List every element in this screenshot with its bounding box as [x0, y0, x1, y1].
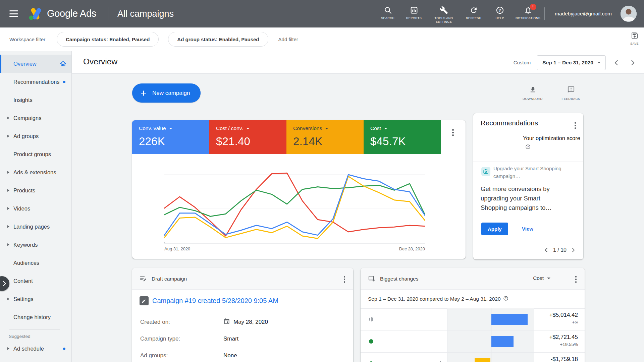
biggest-changes-icon [368, 275, 376, 284]
metric-header-conv-value[interactable]: Conv. value 226K [132, 120, 209, 154]
expand-arrow-icon [7, 298, 9, 300]
date-next-button[interactable] [627, 57, 638, 68]
expand-arrow-icon [7, 347, 9, 350]
add-filter-button[interactable]: Add filter [278, 37, 298, 42]
dropdown-caret-icon [325, 128, 328, 129]
pager-next-button[interactable] [569, 246, 577, 254]
draft-campaign-link[interactable]: Campaign #19 created 5/28/2020 9:05 AM [152, 297, 278, 305]
filter-chip[interactable]: Campaign status: Enabled, Paused [57, 32, 159, 47]
divider [473, 162, 583, 162]
sidebar-item-recommendations[interactable]: Recommendations [0, 73, 71, 91]
topbar-search-button[interactable]: SEARCH [375, 6, 401, 20]
wrench-icon [440, 6, 448, 14]
change-row[interactable]: +$5,014.42 +∞ [361, 308, 585, 330]
hamburger-menu-icon[interactable] [9, 10, 18, 17]
overview-metrics-card: Conv. value 226K Cost / conv. $21.40 Con… [132, 120, 466, 259]
sidebar-item-ads-extensions[interactable]: Ads & extensions [0, 163, 71, 181]
topbar-tools-and-settings-button[interactable]: TOOLS AND SETTINGS [427, 6, 461, 24]
change-row[interactable]: -$1,759.18 [361, 353, 585, 362]
sidebar-item-change-history[interactable]: Change history [0, 308, 71, 326]
sidebar-item-keywords[interactable]: Keywords [0, 236, 71, 254]
change-value: +$2,721.45 [549, 334, 578, 341]
topbar-reports-button[interactable]: REPORTS [401, 6, 427, 20]
sidebar-nav: Overview Recommendations Insights Campai… [0, 51, 72, 362]
chart-series-conversions [164, 176, 425, 239]
account-email[interactable]: madebyjace@gmail.com [555, 11, 612, 17]
dropdown-caret-icon [246, 128, 250, 129]
changes-table: +$5,014.42 +∞ +$2,721.45 +19.55% -$1,759… [361, 308, 585, 362]
download-icon [529, 86, 537, 95]
sidebar-item-settings[interactable]: Settings [0, 290, 71, 308]
topbar-help-button[interactable]: ? HELP [487, 6, 513, 20]
save-icon [631, 32, 639, 41]
sidebar-item-ad-schedule[interactable]: Ad schedule [0, 340, 71, 358]
new-campaign-button[interactable]: New campaign [132, 83, 201, 103]
sidebar-item-ad-groups[interactable]: Ad groups [0, 127, 71, 145]
draft-card-menu-button[interactable] [342, 275, 347, 284]
workspace-filter-label: Workspace filter [9, 37, 45, 42]
svg-text:?: ? [505, 297, 506, 300]
view-link[interactable]: View [522, 226, 533, 232]
x-axis-start-label: Aug 31, 2020 [164, 246, 190, 251]
biggest-changes-menu-button[interactable] [574, 275, 578, 284]
change-value: +$5,014.42 [549, 312, 578, 318]
sidebar-item-insights[interactable]: Insights [0, 91, 71, 109]
status-dot [369, 339, 373, 344]
apply-button[interactable]: Apply [481, 223, 508, 235]
sidebar-item-content[interactable]: Content [0, 272, 71, 290]
sidebar-item-overview[interactable]: Overview [0, 55, 71, 73]
optimization-score-label: Your optimization score? [523, 134, 581, 152]
help-circle-icon[interactable]: ? [503, 296, 508, 302]
change-bar [475, 358, 490, 362]
pager-prev-button[interactable] [542, 246, 550, 254]
change-percent: +∞ [549, 320, 578, 325]
topbar-refresh-button[interactable]: REFRESH [461, 6, 487, 20]
date-range-picker[interactable]: Sep 1 – Dec 31, 2020 [537, 55, 606, 70]
help-circle-icon[interactable]: ? [525, 143, 531, 152]
changes-metric-select[interactable]: Cost [532, 275, 551, 283]
sidebar-item-landing-pages[interactable]: Landing pages [0, 218, 71, 236]
svg-text:?: ? [527, 145, 529, 148]
topbar-divider [108, 7, 108, 20]
date-prev-button[interactable] [611, 57, 622, 68]
expand-arrow-icon [7, 243, 9, 246]
reports-icon [410, 6, 418, 14]
trend-line-chart [164, 160, 425, 244]
change-row[interactable]: +$2,721.45 +19.55% [361, 330, 585, 353]
plus-icon [140, 90, 147, 97]
main-content: New campaign DOWNLOAD FEEDBACK Conv. val… [72, 74, 644, 362]
metric-header-conversions[interactable]: Conversions 2.14K [286, 120, 364, 154]
expand-arrow-icon [7, 225, 9, 228]
filter-chips: Campaign status: Enabled, PausedAd group… [57, 32, 268, 47]
filter-bar: Workspace filter Campaign status: Enable… [0, 27, 644, 51]
draft-list-icon [140, 275, 147, 284]
feedback-icon [567, 86, 575, 95]
sidebar-item-audiences[interactable]: Audiences [0, 254, 71, 272]
feedback-button[interactable]: FEEDBACK [554, 86, 588, 101]
topbar-divider [544, 7, 545, 20]
chart-series-conv-value [164, 175, 425, 235]
metric-header-cost[interactable]: Cost $45.7K [364, 120, 441, 154]
suggested-section-label: Suggested [0, 330, 71, 340]
metric-header-cost-conv[interactable]: Cost / conv. $21.40 [209, 120, 286, 154]
account-avatar[interactable] [621, 6, 637, 22]
x-axis-end-label: Dec 28, 2020 [399, 246, 425, 251]
sidebar-item-product-groups[interactable]: Product groups [0, 145, 71, 163]
download-button[interactable]: DOWNLOAD [516, 86, 549, 101]
draft-campaign-icon [140, 296, 149, 305]
topbar-notifications-button[interactable]: ! NOTIFICATIONS [513, 6, 543, 20]
brand-name: Google Ads [47, 8, 96, 19]
sidebar-item-videos[interactable]: Videos [0, 199, 71, 218]
sidebar-item-campaigns[interactable]: Campaigns [0, 109, 71, 127]
expand-arrow-icon [7, 171, 9, 174]
change-percent: +19.55% [549, 342, 578, 347]
draft-field-row: Campaign type: Smart [140, 330, 345, 347]
sidebar-item-products[interactable]: Products [0, 181, 71, 199]
save-filter-button[interactable]: SAVE [630, 32, 639, 45]
dropdown-caret-icon [169, 128, 172, 129]
recommendations-menu-button[interactable] [573, 121, 578, 130]
recommendation-item-title[interactable]: Upgrade your Smart Shopping campaign… [493, 165, 562, 180]
filter-chip[interactable]: Ad group status: Enabled, Paused [168, 32, 268, 47]
overview-card-menu-button[interactable] [451, 128, 455, 137]
draft-field-row: Ad groups: None [140, 347, 345, 362]
